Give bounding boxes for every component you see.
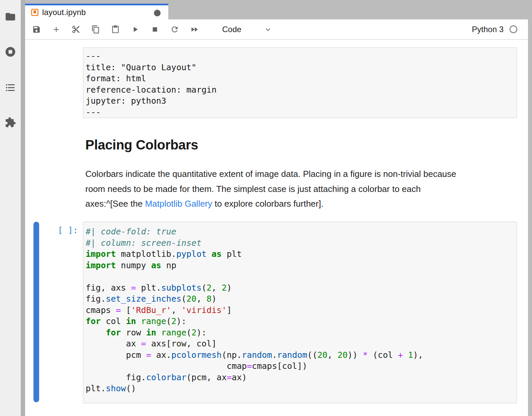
folder-icon bbox=[5, 11, 16, 22]
stop-icon bbox=[151, 25, 159, 34]
play-icon bbox=[131, 25, 140, 34]
chevron-down-icon bbox=[264, 25, 272, 33]
restart-run-all-button[interactable] bbox=[190, 25, 199, 34]
code-line: fig, axs = plt.subplots(2, 2) bbox=[86, 282, 513, 294]
paragraph-text: room needs to be made for them. The simp… bbox=[85, 184, 421, 194]
window-right-margin bbox=[528, 0, 532, 416]
paragraph-text: axes:^[See the bbox=[85, 199, 145, 209]
code-line: cmaps = ['RdBu_r', 'viridis'] bbox=[86, 305, 513, 316]
restart-icon bbox=[170, 25, 179, 34]
code-line: for row in range(2): bbox=[86, 327, 513, 338]
kernel-name: Python 3 bbox=[472, 25, 504, 34]
copy-cells-button[interactable] bbox=[91, 25, 100, 34]
notebook-icon bbox=[31, 8, 39, 16]
main-area: layout.ipynb bbox=[25, 0, 528, 416]
code-line: plt.show() bbox=[86, 383, 513, 394]
active-cell-collapser[interactable] bbox=[33, 222, 39, 402]
tab-layout-ipynb[interactable]: layout.ipynb bbox=[25, 4, 168, 19]
markdown-paragraph: Colorbars indicate the quantitative exte… bbox=[85, 167, 456, 211]
table-of-contents-tab[interactable] bbox=[5, 82, 16, 93]
run-cell-button[interactable] bbox=[131, 25, 140, 34]
paragraph-text: to explore colorbars further]. bbox=[212, 199, 323, 209]
code-line: fig.colorbar(pcm, ax=ax) bbox=[86, 372, 513, 383]
code-editor[interactable]: #| code-fold: true#| column: screen-inse… bbox=[83, 222, 517, 403]
clipboard-icon bbox=[111, 25, 120, 34]
save-icon bbox=[32, 25, 41, 34]
activity-sidebar bbox=[0, 0, 21, 416]
cut-cells-button[interactable] bbox=[72, 25, 80, 34]
puzzle-icon bbox=[5, 117, 16, 128]
code-line bbox=[86, 271, 513, 282]
plus-icon bbox=[52, 25, 61, 34]
insert-cell-button[interactable] bbox=[52, 25, 61, 34]
save-button[interactable] bbox=[32, 25, 41, 34]
scissors-icon bbox=[72, 25, 80, 34]
list-icon bbox=[5, 82, 16, 93]
fast-forward-icon bbox=[190, 25, 199, 34]
unsaved-changes-dot[interactable] bbox=[154, 10, 161, 16]
code-line: ax = axs[row, col] bbox=[86, 338, 513, 349]
raw-cell-source: --- title: "Quarto Layout" format: html … bbox=[86, 50, 513, 118]
code-line: cmap=cmaps[col]) bbox=[86, 360, 513, 372]
markdown-heading: Placing Colorbars bbox=[85, 137, 198, 152]
tab-bar: layout.ipynb bbox=[25, 0, 528, 19]
notebook-panel: --- title: "Quarto Layout" format: html … bbox=[25, 40, 528, 416]
code-line: #| column: screen-inset bbox=[86, 237, 513, 249]
cell-type-value: Code bbox=[222, 25, 241, 34]
paste-cells-button[interactable] bbox=[111, 25, 120, 34]
stop-circle-icon bbox=[5, 46, 16, 58]
code-line: pcm = ax.pcolormesh(np.random.random((20… bbox=[86, 349, 513, 361]
paragraph-text: Colorbars indicate the quantitative exte… bbox=[85, 169, 456, 179]
cell-type-dropdown[interactable]: Code bbox=[222, 25, 272, 34]
matplotlib-gallery-link[interactable]: Matplotlib Gallery bbox=[145, 199, 212, 209]
code-line: fig.set_size_inches(20, 8) bbox=[86, 293, 513, 305]
tab-title: layout.ipynb bbox=[42, 8, 86, 17]
code-line: import numpy as np bbox=[86, 260, 513, 271]
kernel-switcher[interactable]: Python 3 bbox=[472, 25, 518, 34]
sidebar-divider[interactable] bbox=[21, 0, 25, 416]
raw-cell[interactable]: --- title: "Quarto Layout" format: html … bbox=[83, 47, 517, 118]
cell-input-prompt: [ ]: bbox=[53, 225, 78, 235]
extension-manager-tab[interactable] bbox=[5, 117, 16, 128]
restart-kernel-button[interactable] bbox=[170, 25, 179, 34]
running-kernels-tab[interactable] bbox=[5, 46, 16, 58]
code-line: import matplotlib.pyplot as plt bbox=[86, 248, 513, 260]
copy-icon bbox=[91, 25, 100, 34]
file-browser-tab[interactable] bbox=[5, 11, 16, 22]
interrupt-kernel-button[interactable] bbox=[151, 25, 159, 34]
code-line: #| code-fold: true bbox=[86, 226, 513, 237]
jupyterlab-window: layout.ipynb bbox=[0, 0, 532, 416]
kernel-status-icon bbox=[509, 25, 518, 34]
notebook-toolbar: Code Python 3 bbox=[25, 19, 528, 40]
code-line: for col in range(2): bbox=[86, 316, 513, 327]
